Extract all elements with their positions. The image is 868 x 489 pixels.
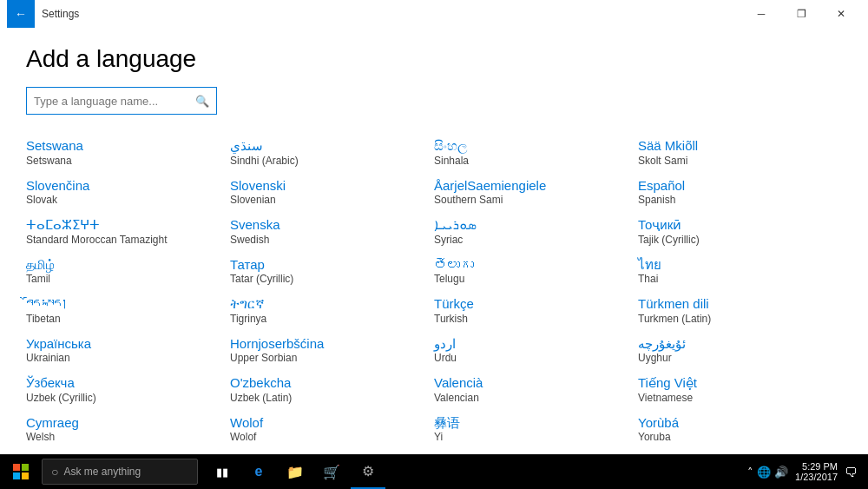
list-item[interactable]: Sää MkiõllSkolt Sami (638, 132, 842, 172)
language-name: سنڌي (230, 137, 425, 155)
task-view-button[interactable]: ▮▮ (205, 454, 240, 489)
language-subname: Turkmen (Latin) (638, 313, 833, 325)
language-name: བོད་སྐད། (26, 295, 221, 313)
list-item[interactable]: தமிழ்Tamil (26, 251, 230, 291)
language-name: Setswana (26, 137, 221, 155)
language-name: Valencià (434, 374, 629, 392)
list-item[interactable]: ትግርኛTigrinya (230, 290, 434, 330)
list-item[interactable]: سنڌيSindhi (Arabic) (230, 132, 434, 172)
list-item[interactable]: ÅarjelSaemiengieleSouthern Sami (434, 172, 638, 212)
list-item[interactable]: සිංහලSinhala (434, 132, 638, 172)
language-subname: Yi (434, 431, 629, 443)
svg-rect-1 (22, 464, 29, 471)
list-item[interactable]: ТоҷикӣTajik (Cyrillic) (638, 211, 842, 251)
language-subname: Wolof (230, 431, 425, 443)
language-name: ትግርኛ (230, 295, 425, 313)
edge-icon[interactable]: e (241, 454, 276, 489)
list-item[interactable]: ЎзбекчаUzbek (Cyrillic) (26, 369, 230, 409)
language-name: Türkçe (434, 295, 629, 313)
search-box[interactable]: 🔍 (26, 87, 217, 115)
list-item[interactable]: 彝语Yi (434, 409, 638, 449)
list-item[interactable]: CymraegWelsh (26, 409, 230, 449)
notification-icon[interactable]: 🗨 (845, 465, 858, 479)
language-name: ÅarjelSaemiengiele (434, 177, 629, 195)
language-name: ไทย (638, 256, 833, 274)
svg-rect-2 (13, 472, 20, 479)
store-icon[interactable]: 🛒 (314, 454, 349, 489)
language-subname: Uyghur (638, 352, 833, 364)
language-name: اردو (434, 335, 629, 353)
cortana-label: Ask me anything (63, 466, 141, 478)
language-subname: Uzbek (Cyrillic) (26, 392, 221, 404)
search-input[interactable] (34, 95, 195, 108)
maximize-button[interactable]: ❐ (781, 0, 821, 28)
language-name: Türkmen dili (638, 295, 833, 313)
title-bar: ← Settings ─ ❐ ✕ (0, 0, 868, 28)
taskbar-right: ˄ 🌐 🔊 5:29 PM 1/23/2017 🗨 (747, 461, 865, 482)
language-subname: Setswana (26, 155, 221, 167)
language-subname: Tigrinya (230, 313, 425, 325)
list-item[interactable]: اردوUrdu (434, 330, 638, 370)
list-item[interactable]: YorùbáYoruba (638, 409, 842, 449)
list-item[interactable]: ئۇيغۇرچەUyghur (638, 330, 842, 370)
language-name: O'zbekcha (230, 374, 425, 392)
language-name: ܣܘܪܝܝܐ (434, 216, 629, 234)
language-grid: SetswanaSetswanaسنڌيSindhi (Arabic)සිංහල… (26, 132, 842, 448)
list-item[interactable]: SlovenskiSlovenian (230, 172, 434, 212)
list-item[interactable]: ⵜⴰⵎⴰⵣⵉⵖⵜStandard Moroccan Tamazight (26, 211, 230, 251)
language-subname: Turkish (434, 313, 629, 325)
language-name: Svenska (230, 216, 425, 234)
list-item[interactable]: Türkmen diliTurkmen (Latin) (638, 290, 842, 330)
language-name: తెలుగు (434, 256, 629, 274)
svg-rect-0 (13, 464, 20, 471)
language-name: ⵜⴰⵎⴰⵣⵉⵖⵜ (26, 216, 221, 234)
back-button[interactable]: ← (7, 0, 35, 28)
close-button[interactable]: ✕ (821, 0, 861, 28)
list-item[interactable]: УкраїнськаUkrainian (26, 330, 230, 370)
language-subname: Yoruba (638, 431, 833, 443)
volume-icon: 🔊 (774, 466, 788, 479)
language-subname: Spanish (638, 194, 833, 206)
list-item[interactable]: ValenciàValencian (434, 369, 638, 409)
language-subname: Uzbek (Latin) (230, 392, 425, 404)
language-subname: Skolt Sami (638, 155, 833, 167)
list-item[interactable]: ТатарTatar (Cyrillic) (230, 251, 434, 291)
settings-icon[interactable]: ⚙ (351, 454, 385, 489)
list-item[interactable]: Tiếng ViệtVietnamese (638, 369, 842, 409)
language-name: Тоҷикӣ (638, 216, 833, 234)
cortana-search[interactable]: ○ Ask me anything (42, 459, 198, 485)
start-button[interactable] (3, 454, 38, 489)
list-item[interactable]: ܣܘܪܝܝܐSyriac (434, 211, 638, 251)
list-item[interactable]: SetswanaSetswana (26, 132, 230, 172)
sys-tray-icons: ˄ 🌐 🔊 (747, 466, 788, 479)
network-icon: 🌐 (757, 466, 771, 479)
clock[interactable]: 5:29 PM 1/23/2017 (795, 461, 838, 482)
explorer-icon[interactable]: 📁 (278, 454, 312, 489)
language-subname: Tibetan (26, 313, 221, 325)
page-title: Add a language (26, 45, 842, 73)
language-subname: Slovak (26, 194, 221, 206)
list-item[interactable]: ไทยThai (638, 251, 842, 291)
list-item[interactable]: HornjoserbšćinaUpper Sorbian (230, 330, 434, 370)
minimize-button[interactable]: ─ (741, 0, 781, 28)
taskbar-quick-icons: ▮▮ e 📁 🛒 ⚙ (205, 454, 385, 489)
language-name: Slovenski (230, 177, 425, 195)
main-content: Add a language 🔍 SetswanaSetswanaسنڌيSin… (0, 28, 868, 454)
list-item[interactable]: WolofWolof (230, 409, 434, 449)
language-subname: Welsh (26, 431, 221, 443)
language-name: Wolof (230, 414, 425, 432)
list-item[interactable]: SvenskaSwedish (230, 211, 434, 251)
language-subname: Syriac (434, 234, 629, 246)
language-subname: Southern Sami (434, 194, 629, 206)
language-subname: Tamil (26, 273, 221, 285)
list-item[interactable]: EspañolSpanish (638, 172, 842, 212)
list-item[interactable]: TürkçeTurkish (434, 290, 638, 330)
date-display: 1/23/2017 (795, 472, 838, 482)
list-item[interactable]: SlovenčinaSlovak (26, 172, 230, 212)
list-item[interactable]: O'zbekchaUzbek (Latin) (230, 369, 434, 409)
list-item[interactable]: తెలుగుTelugu (434, 251, 638, 291)
list-item[interactable]: བོད་སྐད།Tibetan (26, 290, 230, 330)
time-display: 5:29 PM (802, 461, 838, 472)
language-subname: Urdu (434, 352, 629, 364)
title-bar-controls: ─ ❐ ✕ (741, 0, 861, 28)
